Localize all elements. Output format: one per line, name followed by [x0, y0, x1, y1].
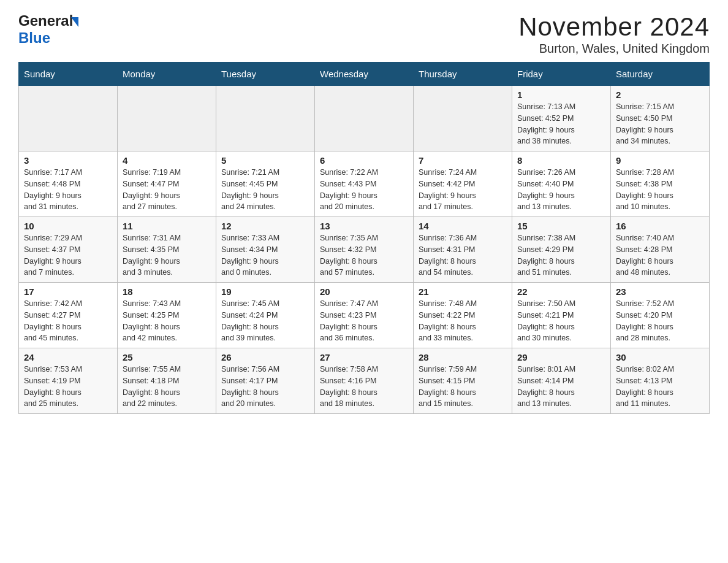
- day-number: 2: [616, 90, 704, 100]
- day-info: Sunrise: 7:58 AM Sunset: 4:16 PM Dayligh…: [320, 364, 408, 410]
- day-number: 11: [123, 221, 211, 231]
- day-number: 24: [24, 352, 112, 362]
- logo-arrow-icon: [71, 17, 78, 27]
- calendar-cell: 5Sunrise: 7:21 AM Sunset: 4:45 PM Daylig…: [216, 151, 315, 217]
- title-area: November 2024 Burton, Wales, United King…: [518, 12, 710, 56]
- calendar-cell: 8Sunrise: 7:26 AM Sunset: 4:40 PM Daylig…: [512, 151, 611, 217]
- day-info: Sunrise: 7:47 AM Sunset: 4:23 PM Dayligh…: [320, 298, 408, 344]
- calendar-cell: 4Sunrise: 7:19 AM Sunset: 4:47 PM Daylig…: [118, 151, 216, 217]
- calendar-cell: 11Sunrise: 7:31 AM Sunset: 4:35 PM Dayli…: [118, 217, 216, 283]
- calendar-title: November 2024: [518, 12, 710, 42]
- day-info: Sunrise: 7:15 AM Sunset: 4:50 PM Dayligh…: [616, 101, 704, 147]
- day-number: 9: [616, 155, 704, 166]
- calendar-week-row: 1Sunrise: 7:13 AM Sunset: 4:52 PM Daylig…: [19, 86, 710, 151]
- calendar-cell: 13Sunrise: 7:35 AM Sunset: 4:32 PM Dayli…: [315, 217, 414, 283]
- calendar-cell: [19, 86, 118, 151]
- day-number: 19: [221, 286, 309, 297]
- day-number: 30: [616, 352, 704, 362]
- calendar-header-row: SundayMondayTuesdayWednesdayThursdayFrid…: [19, 63, 710, 86]
- day-number: 7: [419, 155, 507, 166]
- day-info: Sunrise: 7:42 AM Sunset: 4:27 PM Dayligh…: [24, 298, 112, 344]
- day-number: 12: [221, 221, 309, 231]
- calendar-header-thursday: Thursday: [414, 63, 512, 86]
- day-info: Sunrise: 7:22 AM Sunset: 4:43 PM Dayligh…: [320, 167, 408, 213]
- calendar-cell: 7Sunrise: 7:24 AM Sunset: 4:42 PM Daylig…: [414, 151, 512, 217]
- calendar-cell: 1Sunrise: 7:13 AM Sunset: 4:52 PM Daylig…: [512, 86, 611, 151]
- day-number: 21: [419, 286, 507, 297]
- calendar-cell: 26Sunrise: 7:56 AM Sunset: 4:17 PM Dayli…: [216, 348, 315, 414]
- day-info: Sunrise: 7:29 AM Sunset: 4:37 PM Dayligh…: [24, 232, 112, 278]
- logo: General Blue: [18, 12, 78, 47]
- day-number: 15: [517, 221, 605, 231]
- day-info: Sunrise: 8:02 AM Sunset: 4:13 PM Dayligh…: [616, 364, 704, 410]
- day-info: Sunrise: 7:21 AM Sunset: 4:45 PM Dayligh…: [221, 167, 309, 213]
- calendar-header-saturday: Saturday: [611, 63, 710, 86]
- day-info: Sunrise: 7:53 AM Sunset: 4:19 PM Dayligh…: [24, 364, 112, 410]
- calendar-week-row: 17Sunrise: 7:42 AM Sunset: 4:27 PM Dayli…: [19, 283, 710, 348]
- day-info: Sunrise: 7:35 AM Sunset: 4:32 PM Dayligh…: [320, 232, 408, 278]
- day-info: Sunrise: 7:56 AM Sunset: 4:17 PM Dayligh…: [221, 364, 309, 410]
- calendar-cell: 28Sunrise: 7:59 AM Sunset: 4:15 PM Dayli…: [414, 348, 512, 414]
- day-info: Sunrise: 7:26 AM Sunset: 4:40 PM Dayligh…: [517, 167, 605, 213]
- calendar-cell: 20Sunrise: 7:47 AM Sunset: 4:23 PM Dayli…: [315, 283, 414, 348]
- day-number: 26: [221, 352, 309, 362]
- day-info: Sunrise: 7:33 AM Sunset: 4:34 PM Dayligh…: [221, 232, 309, 278]
- day-info: Sunrise: 7:36 AM Sunset: 4:31 PM Dayligh…: [419, 232, 507, 278]
- day-info: Sunrise: 7:55 AM Sunset: 4:18 PM Dayligh…: [123, 364, 211, 410]
- day-info: Sunrise: 7:17 AM Sunset: 4:48 PM Dayligh…: [24, 167, 112, 213]
- calendar-cell: 17Sunrise: 7:42 AM Sunset: 4:27 PM Dayli…: [19, 283, 118, 348]
- calendar-cell: 18Sunrise: 7:43 AM Sunset: 4:25 PM Dayli…: [118, 283, 216, 348]
- day-info: Sunrise: 7:52 AM Sunset: 4:20 PM Dayligh…: [616, 298, 704, 344]
- day-number: 10: [24, 221, 112, 231]
- day-info: Sunrise: 8:01 AM Sunset: 4:14 PM Dayligh…: [517, 364, 605, 410]
- day-number: 3: [24, 155, 112, 166]
- calendar-cell: [414, 86, 512, 151]
- day-number: 8: [517, 155, 605, 166]
- calendar-cell: 23Sunrise: 7:52 AM Sunset: 4:20 PM Dayli…: [611, 283, 710, 348]
- calendar-cell: 22Sunrise: 7:50 AM Sunset: 4:21 PM Dayli…: [512, 283, 611, 348]
- calendar-cell: 14Sunrise: 7:36 AM Sunset: 4:31 PM Dayli…: [414, 217, 512, 283]
- day-number: 22: [517, 286, 605, 297]
- day-info: Sunrise: 7:31 AM Sunset: 4:35 PM Dayligh…: [123, 232, 211, 278]
- calendar-week-row: 3Sunrise: 7:17 AM Sunset: 4:48 PM Daylig…: [19, 151, 710, 217]
- day-number: 4: [123, 155, 211, 166]
- calendar-cell: [118, 86, 216, 151]
- calendar-header-wednesday: Wednesday: [315, 63, 414, 86]
- calendar-cell: 30Sunrise: 8:02 AM Sunset: 4:13 PM Dayli…: [611, 348, 710, 414]
- day-number: 23: [616, 286, 704, 297]
- calendar-table: SundayMondayTuesdayWednesdayThursdayFrid…: [18, 62, 710, 414]
- day-number: 1: [517, 90, 605, 100]
- calendar-cell: 16Sunrise: 7:40 AM Sunset: 4:28 PM Dayli…: [611, 217, 710, 283]
- page-header: General Blue November 2024 Burton, Wales…: [18, 12, 710, 56]
- day-number: 16: [616, 221, 704, 231]
- day-info: Sunrise: 7:50 AM Sunset: 4:21 PM Dayligh…: [517, 298, 605, 344]
- calendar-week-row: 24Sunrise: 7:53 AM Sunset: 4:19 PM Dayli…: [19, 348, 710, 414]
- day-info: Sunrise: 7:45 AM Sunset: 4:24 PM Dayligh…: [221, 298, 309, 344]
- calendar-week-row: 10Sunrise: 7:29 AM Sunset: 4:37 PM Dayli…: [19, 217, 710, 283]
- calendar-header-friday: Friday: [512, 63, 611, 86]
- day-number: 17: [24, 286, 112, 297]
- calendar-subtitle: Burton, Wales, United Kingdom: [518, 42, 710, 56]
- day-info: Sunrise: 7:28 AM Sunset: 4:38 PM Dayligh…: [616, 167, 704, 213]
- calendar-cell: [216, 86, 315, 151]
- calendar-cell: [315, 86, 414, 151]
- day-info: Sunrise: 7:19 AM Sunset: 4:47 PM Dayligh…: [123, 167, 211, 213]
- calendar-cell: 25Sunrise: 7:55 AM Sunset: 4:18 PM Dayli…: [118, 348, 216, 414]
- day-number: 13: [320, 221, 408, 231]
- calendar-cell: 27Sunrise: 7:58 AM Sunset: 4:16 PM Dayli…: [315, 348, 414, 414]
- calendar-header-monday: Monday: [118, 63, 216, 86]
- calendar-cell: 12Sunrise: 7:33 AM Sunset: 4:34 PM Dayli…: [216, 217, 315, 283]
- calendar-cell: 21Sunrise: 7:48 AM Sunset: 4:22 PM Dayli…: [414, 283, 512, 348]
- calendar-cell: 10Sunrise: 7:29 AM Sunset: 4:37 PM Dayli…: [19, 217, 118, 283]
- calendar-cell: 9Sunrise: 7:28 AM Sunset: 4:38 PM Daylig…: [611, 151, 710, 217]
- calendar-header-tuesday: Tuesday: [216, 63, 315, 86]
- day-number: 6: [320, 155, 408, 166]
- calendar-cell: 29Sunrise: 8:01 AM Sunset: 4:14 PM Dayli…: [512, 348, 611, 414]
- day-info: Sunrise: 7:59 AM Sunset: 4:15 PM Dayligh…: [419, 364, 507, 410]
- calendar-cell: 3Sunrise: 7:17 AM Sunset: 4:48 PM Daylig…: [19, 151, 118, 217]
- calendar-cell: 6Sunrise: 7:22 AM Sunset: 4:43 PM Daylig…: [315, 151, 414, 217]
- calendar-header-sunday: Sunday: [19, 63, 118, 86]
- calendar-cell: 19Sunrise: 7:45 AM Sunset: 4:24 PM Dayli…: [216, 283, 315, 348]
- calendar-cell: 2Sunrise: 7:15 AM Sunset: 4:50 PM Daylig…: [611, 86, 710, 151]
- day-number: 27: [320, 352, 408, 362]
